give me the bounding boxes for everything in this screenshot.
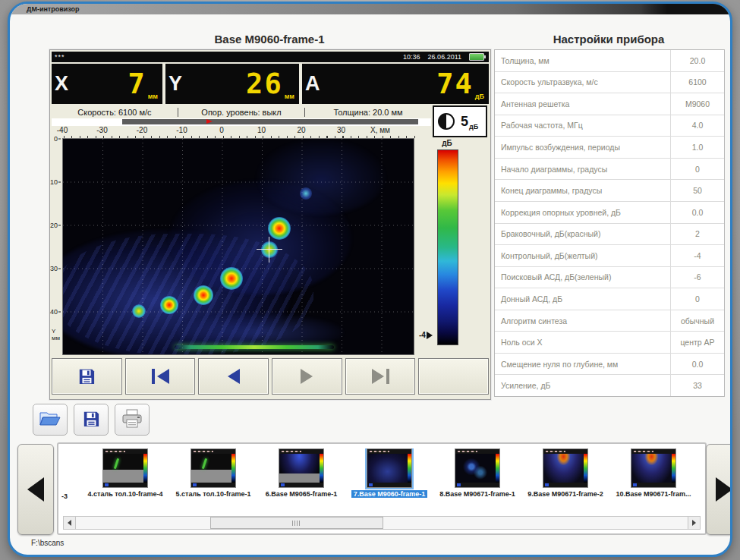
scrollbar-thumb[interactable] (210, 517, 383, 529)
setting-label: Толщина, мм (495, 56, 670, 65)
x-axis-tick-label: -20 (137, 126, 147, 134)
x-axis-tick-label: -10 (176, 126, 187, 134)
battery-icon (469, 53, 484, 61)
device-statusline: Скорость: 6100 м/сОпор. уровень: выклТол… (52, 105, 431, 118)
settings-row: Антенная решеткаM9060 (495, 93, 724, 115)
setting-value: -6 (670, 267, 724, 288)
skip-bar-icon (386, 369, 389, 384)
settings-row: Алгоритм синтезаобычный (495, 310, 724, 332)
thumbnail-image (543, 454, 584, 483)
colorbar-threshold-marker: -4 (419, 331, 433, 339)
x-axis-tick-label: -40 (57, 126, 68, 134)
filmstrip-thumbnail (191, 448, 236, 488)
scan-grid (63, 139, 414, 354)
folder-open-icon (39, 409, 61, 431)
triangle-right-icon (301, 369, 313, 384)
thumbnail-image (631, 454, 672, 483)
window-titlebar[interactable]: ДМ-интровизор (10, 4, 730, 14)
filmstrip-item[interactable]: 8.Base M90671-frame-1 (435, 448, 520, 500)
first-frame-button[interactable] (125, 358, 196, 395)
filmstrip-item[interactable]: 5.сталь тол.10-frame-1 (171, 448, 256, 500)
setting-label: Поисковый АСД, дБ(зеленый) (495, 272, 670, 282)
reflector-hotspot (194, 285, 213, 305)
probe-indicator-bar (122, 119, 418, 124)
readout-value: 74 (436, 70, 474, 98)
filmstrip-item-label: 9.Base M90671-frame-2 (527, 490, 603, 498)
filmstrip-item-label: 10.Base M90671-fram... (616, 490, 691, 498)
file-toolbar (33, 404, 150, 436)
settings-row: Рабочая частота, МГц4.0 (495, 115, 724, 137)
setting-value: центр АР (670, 332, 724, 353)
setting-value: 33 (670, 375, 724, 396)
readout-row: X7ммY26ммA74дБ (52, 64, 489, 104)
colorbar-panel: дБ -4 (417, 138, 487, 354)
status-path: F:\bscans (31, 539, 64, 547)
setting-value: 1.0 (670, 137, 724, 158)
filmstrip-thumbnail (102, 448, 148, 488)
save-frame-button[interactable] (52, 358, 122, 395)
filmstrip-scrollbar[interactable] (63, 516, 701, 530)
filmstrip-item-label: 8.Base M90671-frame-1 (439, 490, 515, 498)
filmstrip-item[interactable]: -3 (61, 448, 80, 500)
print-button[interactable] (115, 404, 150, 436)
filmstrip-item[interactable]: 7.Base M9060-frame-1 (347, 448, 432, 500)
setting-value: 0 (670, 159, 724, 180)
reflector-hotspot (132, 304, 146, 318)
y-axis-tick-label: 20 (50, 222, 61, 229)
device-date: 26.06.2011 (428, 53, 461, 61)
filmstrip-prev-button[interactable] (17, 444, 54, 535)
filmstrip-item[interactable]: 6.Base M9065-frame-1 (259, 448, 344, 500)
contrast-box[interactable]: 5 дБ (433, 105, 487, 137)
readout-label: A (305, 74, 320, 94)
open-button[interactable] (33, 404, 68, 436)
next-frame-button[interactable] (272, 358, 342, 395)
setting-label: Импульс возбуждения, периоды (495, 143, 670, 152)
last-frame-button[interactable] (345, 358, 416, 395)
statusline-segment: Скорость: 6100 м/с (52, 108, 178, 117)
scrollbar-track[interactable] (76, 517, 688, 529)
readout-unit: дБ (475, 93, 484, 100)
thumbnail-colorbar (672, 454, 675, 483)
thumbnail-colorbar (408, 454, 411, 483)
transport-buttons (52, 358, 489, 395)
scrollbar-right-arrow[interactable] (688, 517, 700, 529)
thumbnail-image (103, 454, 143, 483)
save-button[interactable] (74, 404, 109, 436)
bscan-image[interactable] (62, 138, 414, 355)
setting-label: Алгоритм синтеза (495, 316, 670, 326)
filmstrip-next-button[interactable] (706, 444, 732, 535)
filmstrip-item[interactable]: 4.сталь тол.10-frame-4 (83, 448, 168, 500)
settings-row: Ноль оси Xцентр АР (495, 332, 724, 354)
scrollbar-left-arrow[interactable] (64, 517, 76, 529)
blank-button[interactable] (418, 358, 489, 395)
setting-label: Скорость ультразвука, м/с (495, 77, 670, 87)
left-triangle-icon (27, 477, 44, 502)
filmstrip-item-label: 4.сталь тол.10-frame-4 (88, 490, 163, 498)
setting-value: 0.0 (670, 202, 724, 223)
setting-value: 0.0 (670, 354, 724, 375)
readout-unit: мм (148, 93, 158, 100)
filmstrip-thumbnail (631, 448, 676, 488)
filmstrip-item[interactable]: 10.Base M90671-fram... (611, 448, 696, 500)
bottom-echo-line (175, 345, 334, 349)
thumbnail-colorbar (584, 454, 587, 483)
x-axis-tick-label: 10 (257, 126, 266, 134)
contrast-icon (438, 113, 455, 130)
filmstrip-item-label: -3 (61, 492, 68, 500)
y-axis-labels: 010203040 (50, 138, 61, 320)
titlebar-shade (641, 4, 730, 14)
filmstrip-item[interactable]: 9.Base M90671-frame-2 (523, 448, 608, 500)
setting-value: 50 (670, 180, 724, 201)
x-axis-tick-label: 0 (219, 126, 224, 134)
window-title: ДМ-интровизор (27, 5, 80, 13)
setting-label: Усиление, дБ (495, 381, 670, 390)
prev-frame-button[interactable] (198, 358, 269, 395)
y-axis-unit-mm: мм (52, 335, 62, 341)
filmstrip-thumbnail (543, 448, 588, 488)
readout-unit: мм (285, 93, 294, 100)
settings-row: Коррекция опорных уровней, дБ0.0 (495, 202, 724, 224)
readout-label: X (55, 74, 68, 94)
thumbnail-image (191, 454, 231, 483)
settings-row: Браковочный, дБ(красный)2 (495, 224, 724, 246)
setting-value: M9060 (670, 93, 724, 115)
